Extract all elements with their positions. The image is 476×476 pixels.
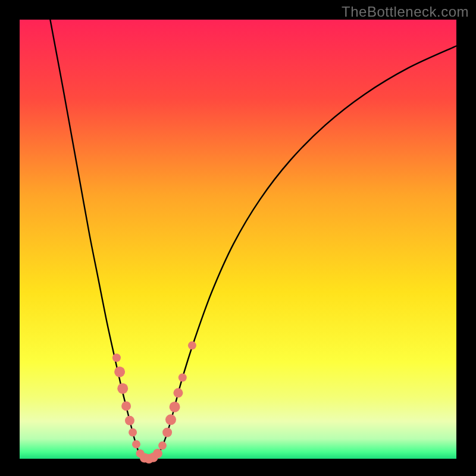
data-dot [114,367,125,377]
data-dot [132,440,140,449]
data-dot [158,441,167,450]
data-dot [153,449,162,458]
data-dot [117,383,128,394]
data-dot [112,353,121,362]
data-dot [129,428,137,437]
data-dot [188,342,196,350]
bottleneck-chart [0,0,476,476]
watermark-text: TheBottleneck.com [342,4,469,20]
data-dot [178,373,187,381]
chart-stage: TheBottleneck.com [0,0,476,476]
data-dot [162,428,172,437]
data-dot [125,416,134,425]
data-dot [173,388,183,397]
plot-background [20,20,456,459]
data-dot [170,402,180,412]
data-dot [165,414,176,425]
data-dot [121,401,131,411]
